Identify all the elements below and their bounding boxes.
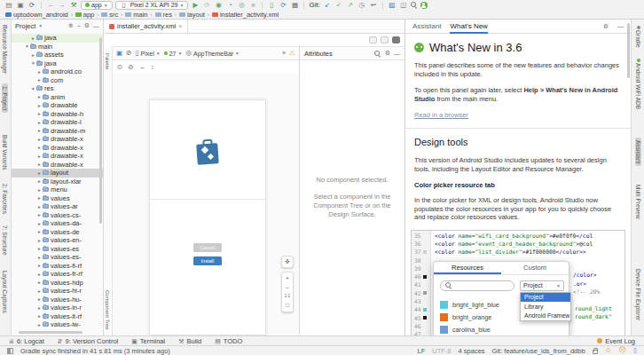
design-surface-icon[interactable]: ▣ [116, 50, 122, 57]
tree-item-layout[interactable]: ▸layout [12, 169, 103, 178]
forward-icon[interactable]: → [58, 1, 67, 10]
chevron-right-icon[interactable]: ▸ [36, 272, 43, 277]
sad-face-icon[interactable]: ☹ [619, 347, 626, 354]
chevron-down-icon[interactable]: ▼ [38, 23, 43, 28]
debug-icon[interactable]: ◉ [214, 1, 223, 10]
close-icon[interactable]: × [178, 23, 182, 29]
lock-icon[interactable] [593, 350, 598, 354]
autoconnect-icon[interactable]: ⊘ [128, 63, 133, 71]
run-config-dropdown[interactable]: app ▼ [81, 1, 113, 10]
chevron-right-icon[interactable]: ▸ [36, 305, 43, 311]
tool-window-event-log[interactable]: Event Log [605, 337, 635, 345]
api-level-dropdown[interactable]: 27 ▼ [164, 51, 183, 57]
chevron-right-icon[interactable]: ▸ [36, 103, 43, 108]
build-hammer-icon[interactable]: ⚒ [69, 1, 78, 10]
chevron-right-icon[interactable]: ▸ [36, 69, 43, 75]
tree-item-values-hi-r[interactable]: ▸values-hi-r [12, 287, 103, 296]
chevron-right-icon[interactable]: ▸ [36, 255, 43, 260]
chevron-right-icon[interactable]: ▸ [36, 111, 43, 116]
code-view-button[interactable] [369, 36, 377, 43]
search-icon[interactable] [374, 50, 381, 57]
chevron-right-icon[interactable]: ▸ [36, 137, 43, 142]
trash-icon[interactable]: ▯ [633, 347, 637, 354]
tool-strip-item-Layout Captures[interactable]: Layout Captures [2, 271, 8, 313]
device-size-dropdown[interactable]: ▯ Pixel ▼ [135, 50, 160, 57]
chevron-right-icon[interactable]: ▸ [36, 195, 43, 201]
tree-item-values-cs-[interactable]: ▸values-cs- [12, 211, 103, 220]
tree-item-values-iw-[interactable]: ▸values-iw- [12, 320, 103, 329]
menu-option-Library[interactable]: Library [521, 302, 570, 312]
tree-item-values-hu-[interactable]: ▸values-hu- [12, 296, 103, 304]
zoom-out-icon[interactable]: − [286, 286, 289, 292]
tree-item-res[interactable]: ▾res [12, 84, 103, 93]
theme-dropdown[interactable]: ◎ AppThemeBar ▼ [185, 50, 240, 57]
happy-face-icon[interactable]: ☺ [605, 347, 612, 354]
tool-strip-item-2: Favorites[interactable]: 2: Favorites [2, 184, 8, 214]
breadcrumb-item-app[interactable]: app [75, 11, 95, 19]
chevron-right-icon[interactable]: ▸ [36, 162, 43, 167]
tree-item-drawable-x[interactable]: ▸drawable-x [12, 152, 103, 161]
project-window-icon[interactable]: ▧ [388, 1, 397, 10]
tree-item-values-de[interactable]: ▸values-de [12, 228, 103, 237]
tree-item-values-ar[interactable]: ▸values-ar [12, 202, 103, 211]
chevron-right-icon[interactable]: ▸ [36, 154, 43, 159]
tree-item-values-es-[interactable]: ▸values-es- [12, 253, 103, 262]
install-button-preview[interactable]: Install [193, 256, 222, 265]
chevron-down-icon[interactable]: ▾ [30, 86, 36, 91]
tab-whats-new[interactable]: What's New [450, 20, 487, 34]
open-icon[interactable]: ▤ [4, 1, 13, 10]
chevron-right-icon[interactable]: ▸ [36, 246, 43, 251]
hide-windows-icon[interactable] [7, 348, 13, 354]
color-resource-row[interactable]: carolina_blue [440, 324, 515, 336]
tab-assistant[interactable]: Assistant [412, 20, 441, 34]
collapse-all-icon[interactable]: ÷ [77, 23, 81, 29]
tree-item-menu[interactable]: ▸menu [12, 185, 103, 194]
chevron-right-icon[interactable]: ▸ [36, 280, 43, 285]
menu-option-Android Framew[interactable]: Android Framew [521, 312, 570, 321]
component-tree-tab[interactable]: Component Tree [105, 290, 110, 330]
zoom-fit-icon[interactable]: □ [286, 303, 289, 309]
tree-item-values-fr-rf[interactable]: ▸values-fr-rf [12, 270, 103, 279]
indent-indicator[interactable]: 4 spaces [459, 347, 485, 355]
tool-strip-item-Assistant[interactable]: Assistant [635, 138, 641, 166]
resource-search-input[interactable] [440, 280, 514, 291]
sync-icon[interactable]: ⟳ [27, 1, 36, 10]
design-view-button[interactable] [392, 36, 400, 43]
color-resource-row[interactable]: bright_light_blue [440, 299, 515, 312]
tool-strip-item-Resource Manager[interactable]: Resource Manager [2, 25, 8, 74]
tree-item-main[interactable]: ▾main [12, 43, 103, 51]
chevron-right-icon[interactable]: ▸ [36, 204, 43, 209]
chevron-right-icon[interactable]: ▸ [36, 229, 43, 234]
stop-icon[interactable]: ■ [248, 1, 257, 10]
palette-tab[interactable]: Palette [105, 53, 110, 70]
sdk-manager-icon[interactable]: ▦ [290, 1, 299, 10]
git-branch-indicator[interactable]: Git: feature/use_ids_from_ddbb [492, 347, 585, 355]
tool-window-9: Version Control[interactable]: ⇵9: Version Control [58, 337, 119, 345]
tree-vertical-scrollbar[interactable] [99, 37, 102, 224]
overflow-icon[interactable]: » [282, 50, 286, 57]
chevron-down-icon[interactable]: ▾ [24, 43, 30, 49]
breadcrumb-item-src[interactable]: src [101, 11, 118, 19]
line-separator-indicator[interactable]: LF [418, 347, 426, 355]
menu-option-Project[interactable]: Project [521, 293, 570, 303]
chevron-right-icon[interactable]: ▸ [36, 238, 43, 243]
tool-strip-item-Gradle[interactable]: Gradle [635, 25, 641, 48]
tool-strip-item-Android WiFi ADB[interactable]: Android WiFi ADB [635, 58, 641, 109]
tree-item-drawable-m[interactable]: ▸drawable-m [12, 127, 103, 136]
warning-icon[interactable]: ⚠ [289, 50, 295, 57]
editor-tab-installer-activity[interactable]: installer_activity.xml × [104, 20, 188, 33]
history-icon[interactable]: ◷ [357, 1, 366, 10]
tree-item-java[interactable]: ▸java [12, 34, 103, 43]
restore-layout-icon[interactable]: ◫ [399, 1, 408, 10]
profiler-icon[interactable]: ◔ [225, 1, 234, 10]
chevron-down-icon[interactable]: ▾ [30, 60, 36, 66]
hide-panel-icon[interactable]: — [394, 51, 400, 57]
tree-item-values[interactable]: ▸values [12, 194, 103, 203]
tree-item-values-en-[interactable]: ▸values-en- [12, 236, 103, 245]
tree-item-values-it-rf[interactable]: ▸values-it-rf [12, 312, 103, 321]
panel-scrollbar[interactable] [627, 23, 630, 78]
chevron-right-icon[interactable]: ▸ [36, 178, 43, 184]
apply-changes-icon[interactable]: ⟳ [202, 1, 211, 10]
avatar[interactable] [420, 2, 428, 9]
tree-item-java[interactable]: ▾java [12, 59, 103, 68]
